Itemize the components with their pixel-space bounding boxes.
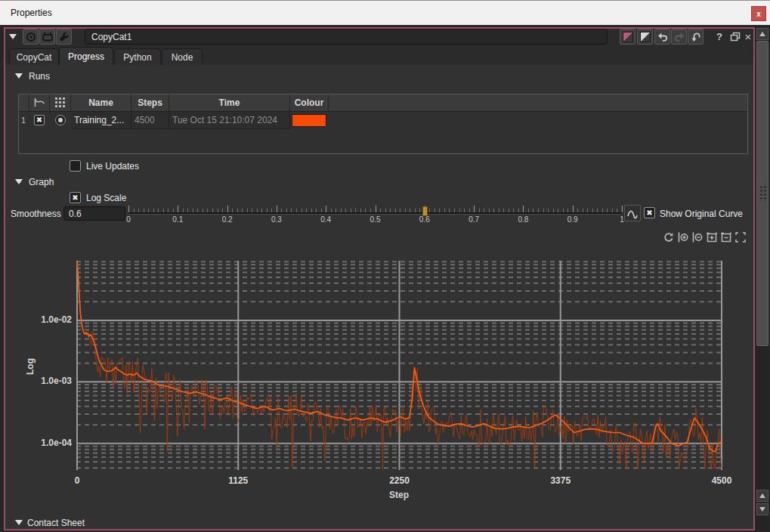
runs-section-label: Runs: [29, 71, 50, 82]
slider-tick: [563, 209, 564, 212]
node-name-input[interactable]: [85, 29, 608, 45]
row-number-header: [19, 94, 29, 111]
smoothness-slider[interactable]: [128, 212, 622, 215]
loss-graph-plot[interactable]: [76, 261, 722, 470]
scroll-up-button-bottom[interactable]: [756, 490, 768, 502]
slider-tick: [178, 206, 178, 212]
float-panel-button[interactable]: [728, 30, 742, 42]
scrollbar-thumb[interactable]: [756, 41, 768, 346]
show-original-curve-label: Show Original Curve: [660, 209, 743, 219]
undo-button[interactable]: [654, 29, 670, 45]
panel-menu-button[interactable]: [9, 34, 17, 39]
slider-tick: [281, 209, 282, 212]
slider-tick: [376, 206, 376, 212]
slider-tick: [415, 209, 416, 212]
zoom-in-button[interactable]: [705, 230, 718, 243]
slider-tick: [261, 209, 262, 212]
monitor-button[interactable]: [39, 29, 55, 45]
slider-tick: [558, 209, 558, 212]
slider-tick: [286, 209, 287, 212]
slider-tick: [355, 209, 356, 212]
slider-tick: [395, 209, 396, 212]
slider-tick: [602, 209, 603, 212]
contact-sheet-column-header[interactable]: [50, 94, 71, 111]
slider-tick: [227, 206, 228, 212]
slider-tick: [173, 209, 174, 212]
wrench-icon: [58, 31, 70, 43]
slider-tick: [528, 209, 529, 212]
x-tick-label: 4500: [695, 475, 748, 486]
run-enabled-checkbox[interactable]: ✖: [34, 115, 45, 125]
tab-python[interactable]: Python: [114, 48, 161, 65]
slider-tick: [316, 209, 317, 212]
runs-table-header: Name Steps Time Colour: [19, 94, 747, 112]
x-tick-label: 1125: [212, 475, 264, 486]
zoom-in-x-button[interactable]: [676, 230, 689, 243]
zoom-out-button[interactable]: [719, 230, 732, 243]
slider-tick: [336, 209, 336, 212]
arrow-up-icon: [759, 32, 765, 36]
smoothness-slider-handle[interactable]: [422, 206, 428, 216]
slider-tick: [345, 209, 346, 212]
slider-tick-label: 0.1: [162, 215, 193, 224]
runs-collapse-triangle[interactable]: [15, 73, 23, 79]
contact-sheet-collapse-triangle[interactable]: [15, 520, 23, 525]
slider-tick: [513, 209, 514, 212]
slider-tick: [302, 209, 302, 212]
revert-button[interactable]: [688, 29, 704, 45]
scroll-up-button[interactable]: [756, 28, 768, 40]
live-updates-checkbox[interactable]: [70, 160, 81, 172]
slider-tick: [459, 209, 460, 212]
settings-button[interactable]: [56, 29, 72, 45]
curve-editor-button[interactable]: [624, 205, 641, 221]
slider-tick: [257, 209, 258, 212]
close-window-button[interactable]: x: [751, 6, 766, 21]
zoom-out-x-button[interactable]: [691, 230, 704, 243]
show-graph-column-header[interactable]: [29, 94, 50, 111]
tab-copycat[interactable]: CopyCat: [9, 48, 59, 65]
x-axis-title: Step: [373, 490, 425, 500]
panel-color-swatch-button[interactable]: [637, 29, 653, 45]
slider-tick: [370, 209, 371, 212]
run-colour-swatch[interactable]: [292, 114, 326, 127]
close-panel-button[interactable]: ×: [743, 29, 753, 43]
slider-tick-label: 0.7: [459, 215, 489, 224]
zoom-in-box-icon: [706, 231, 718, 243]
slider-tick: [449, 209, 450, 212]
titlebar[interactable]: Properties x: [0, 0, 770, 25]
run-selected-radio[interactable]: [55, 115, 66, 125]
log-scale-checkbox[interactable]: ✖: [70, 192, 81, 203]
slider-tick: [622, 206, 623, 212]
slider-tick-label: 0.2: [212, 215, 243, 224]
slider-tick: [218, 209, 218, 212]
center-node-button[interactable]: [23, 29, 39, 45]
time-column-header[interactable]: Time: [169, 94, 290, 111]
tab-node[interactable]: Node: [162, 48, 203, 65]
log-scale-label: Log Scale: [86, 193, 126, 203]
tab-progress[interactable]: Progress: [59, 47, 113, 65]
slider-tick: [499, 209, 499, 212]
graph-toolbar: [662, 230, 747, 243]
slider-tick-label: 0.9: [558, 215, 588, 224]
scroll-down-button[interactable]: [756, 503, 768, 515]
fit-view-button[interactable]: [734, 230, 747, 243]
slider-tick: [222, 209, 223, 212]
runs-table[interactable]: Name Steps Time Colour 1 ✖ Training_2...…: [18, 94, 748, 154]
graph-collapse-triangle[interactable]: [15, 179, 23, 184]
graph-curve-icon: [33, 97, 46, 108]
slider-tick-label: 0.5: [360, 215, 391, 224]
help-button[interactable]: ?: [713, 30, 725, 42]
redo-button[interactable]: [671, 29, 687, 45]
slider-tick: [533, 209, 533, 212]
slider-tick: [617, 209, 617, 212]
name-column-header[interactable]: Name: [71, 94, 131, 111]
refresh-graph-button[interactable]: [662, 230, 675, 243]
steps-column-header[interactable]: Steps: [131, 94, 169, 111]
slider-tick: [365, 209, 366, 212]
slider-tick: [493, 209, 494, 212]
run-name-cell[interactable]: Training_2...: [71, 112, 131, 129]
show-original-curve-checkbox[interactable]: ✖: [644, 207, 655, 218]
node-color-swatch-button[interactable]: [620, 29, 635, 45]
colour-column-header[interactable]: Colour: [290, 94, 329, 111]
thumb-grip: [759, 185, 767, 202]
